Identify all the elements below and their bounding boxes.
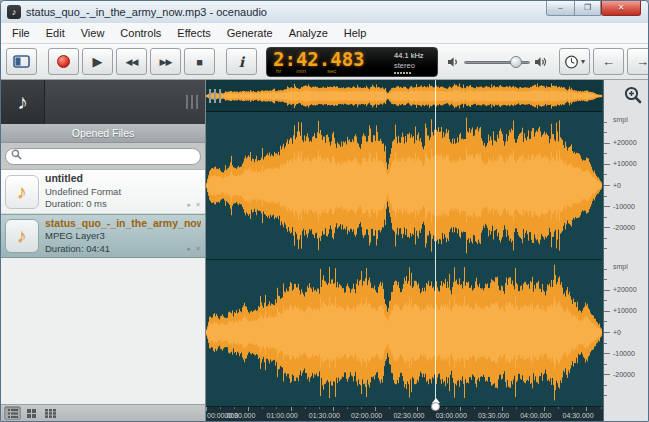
ruler-tick [206, 407, 207, 411]
file-actions: ▸✕ [188, 201, 201, 209]
ruler-tick [403, 407, 404, 409]
close-button[interactable]: ✕ [601, 1, 641, 16]
playhead-cursor [435, 80, 436, 406]
file-meta: status_quo_-_in_the_army_now....MPEG Lay… [45, 217, 201, 255]
play-button[interactable]: ▶ [82, 48, 113, 75]
amplitude-scale[interactable]: smpl+20000+10000+0-10000-20000smpl+20000… [603, 80, 648, 421]
scale-minor-tick [604, 132, 607, 133]
file-item[interactable]: ♪status_quo_-_in_the_army_now....MPEG La… [1, 214, 205, 258]
waveform-area[interactable]: 00:00.00000:30.00001:00.00001:30.00002:0… [206, 80, 603, 421]
play-item-icon[interactable]: ▸ [188, 245, 192, 253]
file-item[interactable]: ♪untitledUndefined FormatDuration: 0 ms▸… [1, 170, 205, 214]
record-icon [57, 55, 70, 68]
time-display-panel: 2:42.483 hr min sec 44.1 kHz stereo [266, 47, 438, 77]
close-item-icon[interactable]: ✕ [195, 201, 201, 209]
menu-generate[interactable]: Generate [219, 24, 281, 42]
ruler-tick [417, 407, 418, 411]
scale-minor-tick [604, 248, 607, 249]
record-button[interactable] [48, 48, 79, 75]
toolbar: ▶ ◀◀ ▶▶ ■ i 2:42.483 hr min sec 44. [1, 44, 648, 80]
scale-tick [604, 311, 610, 312]
ruler-tick [220, 407, 221, 409]
scale-value-label: +0 [613, 182, 621, 190]
titlebar-left: ♪ status_quo_-_in_the_army_now.mp3 - oce… [7, 1, 267, 23]
ruler-tick [347, 407, 348, 409]
volume-slider[interactable] [464, 55, 530, 69]
channel-mode-label: stereo [394, 61, 432, 70]
playhead-marker[interactable] [431, 398, 440, 411]
ruler-time-label: 04:30.000 [562, 412, 593, 419]
scale-minor-tick [604, 395, 607, 396]
scale-tick [604, 164, 610, 165]
ruler-tick [530, 407, 531, 409]
ruler-time-label: 02:00.000 [351, 412, 382, 419]
scale-tick [604, 206, 610, 207]
overview-grip[interactable] [209, 89, 221, 103]
large-icons-view-button[interactable] [42, 406, 59, 420]
nav-group: ← → [593, 48, 649, 75]
time-display[interactable]: 2:42.483 [273, 50, 390, 68]
info-button[interactable]: i [226, 48, 257, 75]
time-units: hr min sec [273, 68, 390, 75]
scale-value-label: +10000 [613, 160, 637, 168]
menu-effects[interactable]: Effects [169, 24, 218, 42]
ruler-tick [291, 407, 292, 411]
audio-format-info: 44.1 kHz stereo [390, 50, 432, 75]
menu-controls[interactable]: Controls [112, 24, 169, 42]
time-ruler[interactable]: 00:00.00000:30.00001:00.00001:30.00002:0… [206, 406, 603, 421]
sidebar: ♪ Opened Files ♪untitledUndefined Format… [1, 80, 206, 421]
scale-minor-tick [604, 385, 607, 386]
main-waveform[interactable] [206, 112, 602, 406]
minimize-button[interactable]: – [546, 1, 574, 16]
menu-analyze[interactable]: Analyze [281, 24, 336, 42]
ruler-tick [305, 407, 306, 409]
maximize-button[interactable]: ❐ [574, 1, 601, 16]
volume-slider-knob[interactable] [510, 56, 522, 68]
stop-icon: ■ [196, 56, 203, 68]
overview-waveform[interactable] [206, 80, 602, 112]
scale-unit-label: smpl [613, 116, 628, 124]
toggle-sidebar-button[interactable] [6, 48, 37, 75]
stop-button[interactable]: ■ [184, 48, 215, 75]
sidebar-toggle-icon [13, 55, 30, 68]
audio-file-icon: ♪ [5, 219, 39, 253]
ruler-tick [488, 407, 489, 409]
zoom-button[interactable] [622, 84, 644, 106]
play-item-icon[interactable]: ▸ [188, 201, 192, 209]
menu-view[interactable]: View [73, 24, 113, 42]
level-meter-icon [394, 72, 412, 74]
volume-low-icon [447, 56, 460, 68]
ruler-tick [375, 407, 376, 411]
ruler-time-label: 01:00.000 [267, 412, 298, 419]
menu-file[interactable]: File [4, 24, 38, 42]
ruler-tick [558, 407, 559, 409]
menu-edit[interactable]: Edit [38, 24, 73, 42]
menu-help[interactable]: Help [336, 24, 375, 42]
scale-tick [604, 374, 610, 375]
list-view-icon [8, 409, 18, 418]
ruler-tick [262, 407, 263, 409]
detail-view-button[interactable] [4, 406, 21, 420]
search-input[interactable] [5, 148, 201, 165]
ruler-tick [248, 407, 249, 411]
ruler-tick [319, 407, 320, 409]
ruler-time-label: 02:30.000 [393, 412, 424, 419]
file-meta: untitledUndefined FormatDuration: 0 ms [45, 172, 121, 210]
time-format-button[interactable]: ▾ [559, 48, 590, 75]
ruler-tick [474, 407, 475, 409]
rewind-button[interactable]: ◀◀ [116, 48, 147, 75]
fast-forward-button[interactable]: ▶▶ [150, 48, 181, 75]
titlebar[interactable]: ♪ status_quo_-_in_the_army_now.mp3 - oce… [1, 1, 648, 23]
small-icons-view-button[interactable] [23, 406, 40, 420]
large-grid-icon [45, 409, 56, 418]
close-item-icon[interactable]: ✕ [195, 245, 201, 253]
ruler-tick [502, 407, 503, 411]
app-icon: ♪ [7, 5, 21, 19]
ruler-tick [361, 407, 362, 409]
scale-unit-label: smpl [613, 263, 628, 271]
file-list: ♪untitledUndefined FormatDuration: 0 ms▸… [1, 170, 205, 404]
nav-forward-button[interactable]: → [627, 48, 649, 75]
splitter-grip[interactable] [186, 95, 198, 109]
scale-value-label: +10000 [613, 307, 637, 315]
nav-back-button[interactable]: ← [593, 48, 624, 75]
